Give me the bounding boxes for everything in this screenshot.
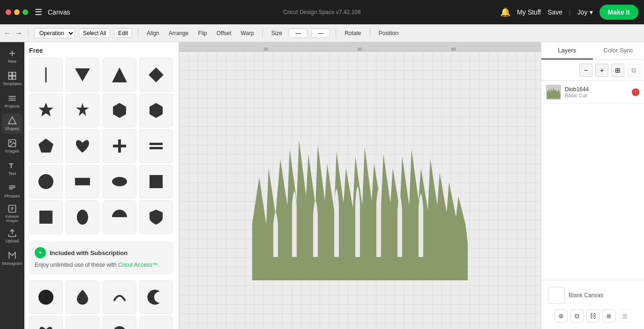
tab-layers[interactable]: Layers (541, 42, 593, 59)
svg-rect-24 (75, 178, 90, 185)
shape-circle[interactable] (29, 165, 63, 198)
svg-marker-17 (76, 103, 89, 116)
shape-down-triangle[interactable] (66, 58, 99, 92)
size-label: Size (269, 29, 285, 37)
shape-heart2[interactable] (29, 316, 63, 329)
shape-diamond[interactable] (139, 58, 173, 92)
shape-pentagon[interactable] (29, 129, 63, 163)
shape-square[interactable] (139, 165, 173, 198)
shape-hexagon2[interactable] (139, 94, 173, 127)
shape-6star[interactable] (29, 94, 63, 127)
left-sidebar: New Templates Projects Shapes Images T T… (0, 42, 24, 329)
shape-sunburst[interactable] (103, 316, 136, 329)
toolbar-divider-2 (138, 29, 138, 38)
shape-line[interactable] (29, 58, 63, 92)
sidebar-item-monogram[interactable]: Monogram (2, 248, 22, 269)
sidebar-item-new[interactable]: New (2, 46, 22, 66)
sidebar-projects-label: Projects (5, 104, 20, 109)
height-input[interactable] (311, 29, 330, 38)
group-button[interactable]: ⊞ (611, 64, 624, 77)
shape-heart[interactable] (66, 129, 99, 163)
svg-point-30 (113, 326, 126, 329)
svg-rect-2 (9, 73, 12, 76)
zoom-in-button[interactable]: + (595, 64, 608, 77)
weld-button[interactable]: ⊗ (602, 309, 615, 322)
shape-shield[interactable] (139, 200, 173, 234)
shape-teardrop[interactable] (66, 280, 99, 314)
shape-square2[interactable] (29, 200, 63, 234)
shape-5star[interactable] (66, 94, 99, 127)
app-title: Cricut Design Space v7.42.108 (283, 9, 360, 15)
shape-oval[interactable] (66, 200, 99, 234)
subscription-title: Included with Subscription (50, 249, 127, 256)
width-input[interactable] (289, 29, 307, 38)
make-it-button[interactable]: Make It (599, 5, 638, 20)
sidebar-text-label: Text (8, 171, 16, 176)
warp-button[interactable]: Warp (238, 29, 257, 37)
sidebar-item-images[interactable]: Images (2, 136, 22, 156)
bell-icon[interactable]: 🔔 (500, 7, 510, 17)
canvas-content[interactable] (179, 51, 541, 329)
cricut-access-link[interactable]: Cricut Access™. (118, 262, 159, 268)
sidebar-item-editable-images[interactable]: Editable Images (2, 203, 22, 224)
add-layer-button[interactable]: ⊕ (554, 309, 568, 322)
canvas-area[interactable]: 20 30 40 (179, 42, 541, 329)
operation-select[interactable]: Operation (34, 28, 75, 38)
duplicate-layer-button[interactable]: ⧉ (570, 309, 584, 322)
sidebar-item-shapes[interactable]: Shapes (2, 113, 22, 134)
offset-button[interactable]: Offset (214, 29, 234, 37)
shape-ellipse[interactable] (103, 165, 136, 198)
shape-half-circle[interactable] (103, 200, 136, 234)
sidebar-upload-label: Upload (6, 239, 19, 243)
shape-filled-circle[interactable] (29, 280, 63, 314)
shape-up-triangle[interactable] (103, 58, 136, 92)
shape-dash[interactable] (139, 316, 173, 329)
tab-color-sync[interactable]: Color Sync (593, 42, 644, 59)
edit-button[interactable]: Edit (114, 29, 132, 38)
sidebar-item-text[interactable]: T Text (2, 158, 22, 179)
redo-button[interactable]: → (15, 29, 22, 37)
shape-arc[interactable] (103, 280, 136, 314)
zoom-out-button[interactable]: − (579, 64, 592, 77)
right-controls: 🔔 My Stuff Save | Joy ▾ Make It (500, 5, 638, 20)
right-bottom: Blank Canvas ⊕ ⧉ ⛓ ⊗ 🗑 (541, 280, 644, 329)
shape-equals[interactable] (139, 129, 173, 163)
svg-marker-18 (113, 103, 126, 118)
minimize-button[interactable] (14, 9, 20, 15)
duplicate-button[interactable]: ⧉ (627, 64, 640, 77)
shape-wide-rect[interactable] (66, 165, 99, 198)
svg-rect-27 (39, 211, 52, 224)
layer-sub: Basic Cut (565, 93, 628, 98)
delete-layer-button[interactable]: 🗑 (618, 309, 631, 322)
shapes-panel: Free (24, 42, 179, 329)
menu-icon[interactable]: ☰ (35, 7, 42, 17)
sidebar-item-projects[interactable]: Projects (2, 91, 22, 111)
toolbar-divider-4 (336, 29, 336, 38)
sidebar-item-phrases[interactable]: Phrases (2, 181, 22, 201)
undo-button[interactable]: ← (4, 29, 11, 37)
flip-button[interactable]: Flip (195, 29, 210, 37)
svg-text:T: T (9, 161, 13, 169)
align-button[interactable]: Align (144, 29, 162, 37)
arrange-button[interactable]: Arrange (166, 29, 192, 37)
link-button[interactable]: ⛓ (586, 309, 599, 322)
shape-plus[interactable] (103, 129, 136, 163)
my-stuff-button[interactable]: My Stuff (517, 8, 541, 16)
sidebar-new-label: New (8, 59, 16, 64)
topbar: ☰ Canvas Cricut Design Space v7.42.108 🔔… (0, 0, 644, 24)
save-button[interactable]: Save (547, 8, 562, 16)
shape-crescent2[interactable] (66, 316, 99, 329)
sidebar-item-upload[interactable]: Upload (2, 226, 22, 246)
close-button[interactable] (6, 9, 11, 15)
sidebar-item-templates[interactable]: Templates (2, 68, 22, 89)
maximize-button[interactable] (22, 9, 28, 15)
svg-marker-13 (75, 68, 90, 81)
svg-rect-22 (150, 147, 163, 149)
shape-hexagon-outline[interactable] (103, 94, 136, 127)
blank-canvas-thumbnail (548, 287, 565, 304)
shape-crescent[interactable] (139, 280, 173, 314)
svg-rect-21 (150, 143, 163, 145)
select-all-button[interactable]: Select All (79, 29, 110, 38)
layer-item[interactable]: Diob1644 Basic Cut ! (541, 81, 644, 104)
user-menu[interactable]: Joy ▾ (577, 8, 593, 16)
